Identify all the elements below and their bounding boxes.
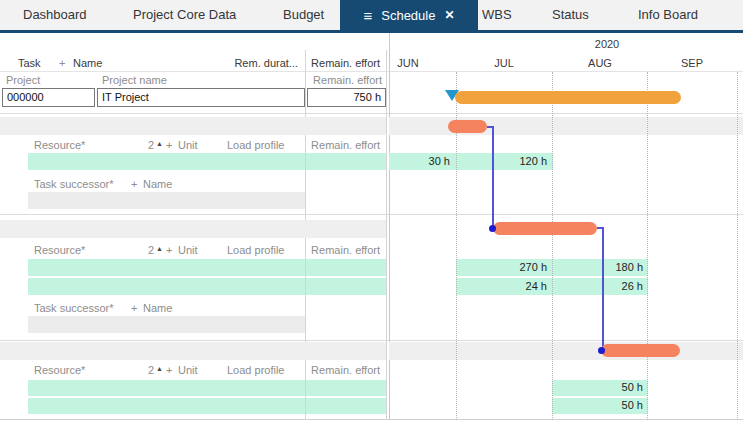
- gantt-effort-value: 50 h: [593, 379, 643, 396]
- resource-row-bg: [28, 259, 305, 276]
- timeline-month-aug: AUG: [588, 57, 612, 69]
- add-resource-icon[interactable]: +: [166, 364, 172, 376]
- divider: [0, 71, 743, 72]
- project-name-label: Project name: [102, 74, 167, 86]
- successor-name-header: Name: [143, 178, 172, 190]
- remain-effort-header: Remain. effort: [306, 139, 380, 151]
- month-gridline: [552, 72, 553, 420]
- resource-row-bg: [28, 278, 305, 295]
- task-row-bg: [0, 117, 386, 135]
- sort-count[interactable]: 2: [148, 364, 154, 376]
- col-header-name[interactable]: Name: [73, 57, 102, 69]
- successor-header: Task successor*: [34, 178, 113, 190]
- project-effort-field[interactable]: 750 h: [307, 88, 386, 107]
- divider: [0, 113, 743, 114]
- tab-schedule[interactable]: ≡ Schedule ✕: [340, 0, 478, 30]
- add-resource-icon[interactable]: +: [166, 139, 172, 151]
- dependency-dot: [598, 347, 605, 354]
- nav-dashboard[interactable]: Dashboard: [23, 0, 87, 30]
- divider: [0, 419, 743, 420]
- timeline-month-sep: SEP: [681, 57, 703, 69]
- load-profile-header: Load profile: [227, 364, 285, 376]
- timeline-year: 2020: [595, 38, 619, 50]
- tab-schedule-label: Schedule: [381, 8, 435, 23]
- add-successor-icon[interactable]: +: [131, 178, 137, 190]
- divider: [0, 214, 743, 215]
- dependency-dot: [489, 225, 496, 232]
- timeline-month-jul: JUL: [494, 57, 514, 69]
- gantt-effort-value: 24 h: [497, 278, 547, 295]
- month-gridline: [647, 72, 648, 420]
- add-column-icon[interactable]: +: [59, 57, 65, 69]
- sort-asc-icon[interactable]: ▲: [156, 245, 163, 252]
- task-row-bg: [0, 220, 386, 238]
- timeline-month-jun: JUN: [397, 57, 418, 69]
- nav-status[interactable]: Status: [552, 0, 589, 30]
- month-gridline: [737, 72, 738, 420]
- gantt-bar-task-3[interactable]: [601, 344, 680, 357]
- load-profile-header: Load profile: [227, 244, 285, 256]
- unit-header: Unit: [178, 364, 198, 376]
- add-resource-icon[interactable]: +: [166, 244, 172, 256]
- col-header-remain-effort[interactable]: Remain. effort: [306, 57, 380, 69]
- schedule-app: Dashboard Project Core Data Budget ≡ Sch…: [0, 0, 743, 422]
- unit-header: Unit: [178, 139, 198, 151]
- load-profile-header: Load profile: [227, 139, 285, 151]
- task-row-gantt-bg: [389, 117, 743, 135]
- col-header-rem-duration[interactable]: Rem. durat...: [200, 57, 298, 69]
- project-name-field[interactable]: IT Project: [97, 88, 305, 107]
- unit-header: Unit: [178, 244, 198, 256]
- successor-row-bg: [28, 316, 305, 333]
- nav-info-board[interactable]: Info Board: [638, 0, 698, 30]
- remain-effort-header: Remain. effort: [306, 244, 380, 256]
- remain-effort-header: Remain. effort: [306, 364, 380, 376]
- gantt-effort-value: 270 h: [497, 259, 547, 276]
- col-header-task[interactable]: Task: [18, 57, 41, 69]
- gantt-effort-value: 26 h: [593, 278, 643, 295]
- task-row-gantt-bg: [389, 342, 743, 360]
- successor-header: Task successor*: [34, 302, 113, 314]
- nav-wbs[interactable]: WBS: [482, 0, 512, 30]
- resource-effort-bg: [306, 278, 386, 295]
- gantt-effort-value: 50 h: [593, 397, 643, 414]
- resource-effort-bg: [306, 380, 386, 396]
- resource-effort-bg: [306, 398, 386, 414]
- nav-project-core-data[interactable]: Project Core Data: [133, 0, 236, 30]
- project-id-field[interactable]: 000000: [2, 88, 95, 107]
- successor-row-bg: [28, 192, 305, 209]
- resource-header: Resource*: [34, 139, 85, 151]
- sort-count[interactable]: 2: [148, 244, 154, 256]
- resource-row-bg: [28, 398, 305, 414]
- gantt-bar-task-2[interactable]: [493, 222, 597, 235]
- gantt-effort-value: 120 h: [497, 153, 547, 170]
- resource-row-bg: [28, 153, 305, 170]
- add-successor-icon[interactable]: +: [131, 302, 137, 314]
- task-row-bg: [0, 342, 386, 360]
- resource-row-bg: [28, 380, 305, 396]
- hamburger-icon[interactable]: ≡: [363, 8, 372, 23]
- resource-effort-bg: [306, 153, 386, 170]
- divider: [0, 340, 743, 341]
- dependency-line: [492, 126, 494, 228]
- gantt-bar-task-1[interactable]: [448, 120, 487, 133]
- gantt-splitter[interactable]: [389, 33, 390, 420]
- sort-asc-icon[interactable]: ▲: [156, 365, 163, 372]
- project-id-label: Project: [6, 74, 40, 86]
- nav-underline: [0, 30, 743, 33]
- successor-name-header: Name: [143, 302, 172, 314]
- resource-header: Resource*: [34, 244, 85, 256]
- gantt-bar-project[interactable]: [455, 91, 681, 104]
- gantt-effort-value: 30 h: [400, 153, 450, 170]
- sort-count[interactable]: 2: [148, 139, 154, 151]
- column-border: [386, 50, 387, 420]
- top-navbar: Dashboard Project Core Data Budget ≡ Sch…: [0, 0, 743, 30]
- gantt-effort-value: 180 h: [593, 259, 643, 276]
- close-icon[interactable]: ✕: [444, 9, 454, 21]
- resource-effort-bg: [306, 259, 386, 276]
- nav-budget[interactable]: Budget: [283, 0, 324, 30]
- resource-header: Resource*: [34, 364, 85, 376]
- sort-asc-icon[interactable]: ▲: [156, 140, 163, 147]
- project-effort-label: Remain. effort: [306, 74, 382, 86]
